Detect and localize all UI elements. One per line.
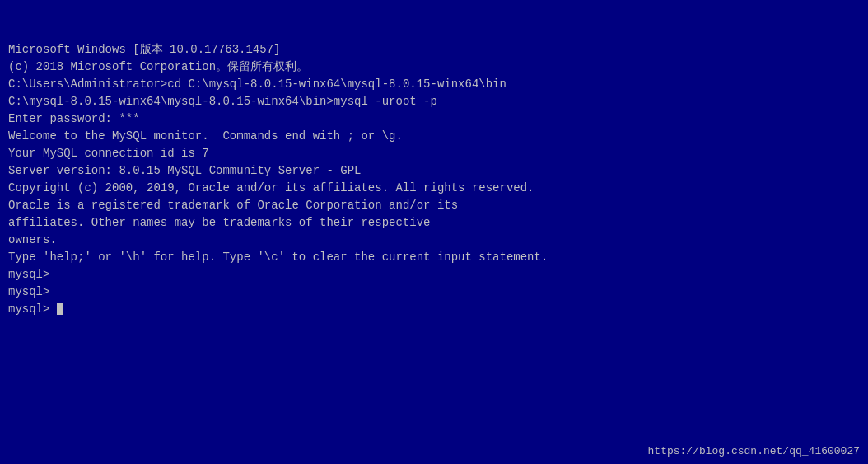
terminal-line: affiliates. Other names may be trademark… (8, 214, 860, 232)
watermark: https://blog.csdn.net/qq_41600027 (648, 445, 860, 457)
terminal-line: C:\mysql-8.0.15-winx64\mysql-8.0.15-winx… (8, 93, 860, 110)
terminal-line: Microsoft Windows [版本 10.0.17763.1457] (8, 41, 860, 59)
terminal-line: C:\Users\Administrator>cd C:\mysql-8.0.1… (8, 76, 860, 93)
terminal-window[interactable]: Microsoft Windows [版本 10.0.17763.1457](c… (0, 0, 868, 464)
terminal-line: Enter password: *** (8, 110, 860, 128)
terminal-output: Microsoft Windows [版本 10.0.17763.1457](c… (8, 7, 860, 318)
terminal-line: Type 'help;' or '\h' for help. Type '\c'… (8, 249, 860, 266)
terminal-line: Your MySQL connection id is 7 (8, 145, 860, 162)
terminal-line: (c) 2018 Microsoft Corporation。保留所有权利。 (8, 59, 860, 76)
terminal-line: Oracle is a registered trademark of Orac… (8, 197, 860, 214)
terminal-line: mysql> (8, 301, 860, 318)
terminal-line: mysql> (8, 284, 860, 301)
terminal-line: owners. (8, 232, 860, 249)
terminal-line: Copyright (c) 2000, 2019, Oracle and/or … (8, 180, 860, 197)
terminal-cursor (57, 303, 63, 315)
terminal-line: mysql> (8, 266, 860, 284)
terminal-line: Server version: 8.0.15 MySQL Community S… (8, 162, 860, 180)
terminal-line: Welcome to the MySQL monitor. Commands e… (8, 128, 860, 145)
